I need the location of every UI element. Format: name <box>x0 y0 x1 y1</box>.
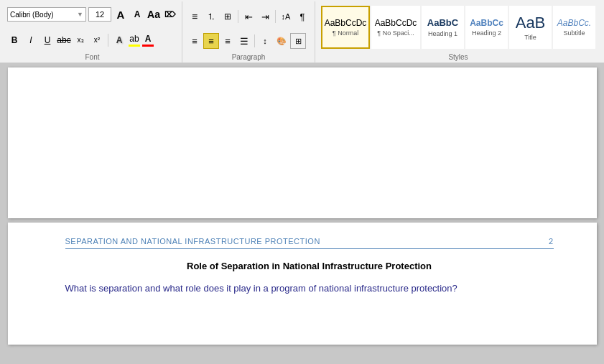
font-family-dropdown[interactable]: Calibri (Body) ▼ <box>7 7 86 22</box>
font-dropdown-chevron: ▼ <box>77 11 83 18</box>
style-normal-label: ¶ Normal <box>333 29 358 37</box>
style-title-label: Title <box>524 34 536 41</box>
increase-indent-button[interactable]: ⇥ <box>257 9 273 24</box>
align-right-button[interactable]: ≡ <box>220 33 236 49</box>
style-title-preview: AaB <box>516 14 546 32</box>
style-no-spacing[interactable]: AaBbCcDc ¶ No Spaci... <box>371 6 420 49</box>
highlight-icon: ab <box>129 34 139 44</box>
multilevel-list-button[interactable]: ⊞ <box>220 9 236 24</box>
paragraph-section: ≡ ⒈ ⊞ ⇤ ⇥ ↕A ¶ ≡ ≡ ≡ ☰ ↕ 🎨 ⊞ Paragraph <box>182 1 315 62</box>
font-color-button[interactable]: A <box>142 34 154 47</box>
page-2: SEPARATION AND NATIONAL INFRASTRUCTURE P… <box>8 223 597 345</box>
font-size-value: 12 <box>96 10 104 19</box>
decrease-indent-button[interactable]: ⇤ <box>241 9 256 24</box>
align-left-button[interactable]: ≡ <box>187 33 203 49</box>
page-body: What is separation and what role does it… <box>65 281 554 296</box>
line-spacing-button[interactable]: ↕ <box>257 33 273 49</box>
style-subtitle-preview: AaBbCc. <box>557 18 591 28</box>
style-heading1-preview: AaBbC <box>427 17 458 29</box>
strikethrough-button[interactable]: abc <box>57 33 71 47</box>
styles-section: AaBbCcDc ¶ Normal AaBbCcDc ¶ No Spaci...… <box>315 1 601 62</box>
ribbon-toolbar: Calibri (Body) ▼ 12 A A Aa ⌦ B I U abc x… <box>0 0 604 63</box>
align-center-button[interactable]: ≡ <box>203 33 219 49</box>
style-no-spacing-preview: AaBbCcDc <box>375 18 417 28</box>
text-highlight-button[interactable]: ab <box>129 34 140 47</box>
subscript-button[interactable]: x₂ <box>73 33 88 47</box>
italic-button[interactable]: I <box>24 33 38 47</box>
font-size-grow-button[interactable]: A <box>113 7 128 22</box>
show-hide-button[interactable]: ¶ <box>294 9 310 24</box>
font-name-label: Calibri (Body) <box>10 11 54 19</box>
text-effects-button[interactable]: A <box>112 33 126 47</box>
style-heading1[interactable]: AaBbC Heading 1 <box>422 6 464 49</box>
page-title: Role of Separation in National Infrastru… <box>65 261 554 271</box>
justify-button[interactable]: ☰ <box>236 33 252 49</box>
document-area: SEPARATION AND NATIONAL INFRASTRUCTURE P… <box>0 63 604 364</box>
highlight-color-bar <box>129 45 140 47</box>
clear-format-button[interactable]: ⌦ <box>163 7 177 22</box>
style-subtitle[interactable]: AaBbCc. Subtitle <box>553 6 595 49</box>
style-title[interactable]: AaB Title <box>509 6 552 49</box>
styles-gallery: AaBbCcDc ¶ Normal AaBbCcDc ¶ No Spaci...… <box>320 3 597 52</box>
page-1 <box>8 67 597 218</box>
bullets-button[interactable]: ≡ <box>187 9 203 24</box>
sort-button[interactable]: ↕A <box>278 9 294 24</box>
shading-button[interactable]: 🎨 <box>274 33 289 49</box>
font-size-shrink-button[interactable]: A <box>130 7 144 22</box>
style-no-spacing-label: ¶ No Spaci... <box>377 29 414 37</box>
style-heading1-label: Heading 1 <box>428 30 457 37</box>
page-header: SEPARATION AND NATIONAL INFRASTRUCTURE P… <box>65 237 554 249</box>
superscript-button[interactable]: x² <box>90 33 104 47</box>
paragraph-section-label: Paragraph <box>187 52 310 62</box>
style-subtitle-label: Subtitle <box>563 29 585 37</box>
font-section-label: Font <box>7 52 177 62</box>
bold-button[interactable]: B <box>7 33 22 47</box>
style-heading2-preview: AaBbCc <box>470 18 503 28</box>
styles-section-label: Styles <box>320 52 597 62</box>
style-heading2-label: Heading 2 <box>472 29 501 37</box>
header-text: SEPARATION AND NATIONAL INFRASTRUCTURE P… <box>65 237 320 246</box>
font-size-box[interactable]: 12 <box>88 7 111 22</box>
style-heading2[interactable]: AaBbCc Heading 2 <box>465 6 508 49</box>
style-normal[interactable]: AaBbCcDc ¶ Normal <box>321 6 370 49</box>
font-section: Calibri (Body) ▼ 12 A A Aa ⌦ B I U abc x… <box>3 1 182 62</box>
font-color-bar <box>142 45 154 47</box>
font-color-icon: A <box>145 34 152 44</box>
style-normal-preview: AaBbCcDc <box>325 18 367 28</box>
underline-button[interactable]: U <box>40 33 55 47</box>
change-case-button[interactable]: Aa <box>147 7 161 22</box>
numbering-button[interactable]: ⒈ <box>203 9 219 24</box>
page-number: 2 <box>549 237 554 246</box>
borders-button[interactable]: ⊞ <box>290 33 306 49</box>
